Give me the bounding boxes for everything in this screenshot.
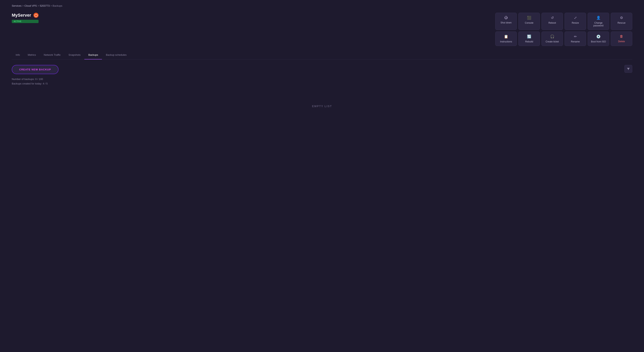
rebuild-icon: 🔃 [527, 34, 531, 39]
server-info: MyServer ◯ ACTIVE [12, 13, 38, 23]
resize-icon: ⤢ [574, 16, 577, 20]
boot-from-iso-icon: 💿 [596, 34, 600, 39]
instructions-icon: 📋 [504, 34, 508, 39]
instructions-label: Instructions [500, 40, 512, 43]
tabs-container: Info Metrics Network Traffic Snapshots B… [12, 51, 632, 59]
shut-down-label: Shut down [500, 21, 512, 24]
boot-from-iso-label: Boot from ISO [591, 40, 606, 43]
console-button[interactable]: ⬛ Console [518, 13, 540, 30]
server-name: MyServer [12, 13, 31, 18]
tabs: Info Metrics Network Traffic Snapshots B… [12, 51, 632, 59]
rename-button[interactable]: ✏ Rename [564, 31, 586, 46]
change-password-icon: 👤 [596, 16, 600, 20]
rename-icon: ✏ [574, 34, 577, 39]
breadcrumb: Services > Cloud VPS > 5203773 > Backups [12, 4, 632, 7]
create-ticket-icon: 🎧 [550, 34, 554, 39]
breadcrumb-server-id[interactable]: 5203773 [40, 4, 50, 7]
rescue-icon: ⚙ [620, 16, 623, 20]
create-ticket-button[interactable]: 🎧 Create ticket [542, 31, 563, 46]
tab-backups[interactable]: Backups [84, 51, 102, 59]
create-ticket-label: Create ticket [546, 40, 559, 43]
console-label: Console [525, 21, 534, 24]
filter-button[interactable] [624, 65, 632, 73]
empty-list-label: EMPTY LIST [12, 105, 632, 108]
console-icon: ⬛ [527, 16, 531, 20]
rebuild-button[interactable]: 🔃 Rebuild [518, 31, 540, 46]
tab-snapshots[interactable]: Snapshots [64, 51, 84, 59]
tab-info[interactable]: Info [12, 51, 24, 59]
main-content: CREATE NEW BACKUP Number of backups: 0 /… [12, 65, 632, 108]
rescue-label: Rescue [618, 21, 626, 24]
reboot-icon: ↺ [551, 16, 554, 20]
server-header: MyServer ◯ ACTIVE ⏻ Shut down ⬛ Console … [12, 13, 632, 46]
backup-count-stat: Number of backups: 0 / 100 [12, 78, 632, 81]
breadcrumb-services[interactable]: Services [12, 4, 22, 7]
actions-grid: ⏻ Shut down ⬛ Console ↺ Reboot ⤢ Resize … [495, 13, 632, 46]
resize-button[interactable]: ⤢ Resize [564, 13, 586, 30]
backup-today-stat: Backups created for today: 4 / 5 [12, 82, 632, 85]
backup-stats: Number of backups: 0 / 100 Backups creat… [12, 78, 632, 85]
reboot-button[interactable]: ↺ Reboot [542, 13, 563, 30]
rebuild-label: Rebuild [525, 40, 533, 43]
rename-label: Rename [571, 40, 580, 43]
delete-label: Delete [618, 40, 625, 43]
change-password-button[interactable]: 👤 Change password [588, 13, 609, 30]
os-icon: ◯ [34, 13, 38, 18]
shut-down-button[interactable]: ⏻ Shut down [495, 13, 517, 30]
delete-icon: 🗑 [620, 34, 623, 38]
breadcrumb-current: Backups [53, 4, 62, 7]
filter-icon [627, 67, 630, 70]
tab-backup-schedules[interactable]: Backup schedules [102, 51, 130, 59]
delete-button[interactable]: 🗑 Delete [611, 31, 632, 46]
shut-down-icon: ⏻ [504, 16, 508, 20]
create-backup-button[interactable]: CREATE NEW BACKUP [12, 65, 58, 74]
server-name-row: MyServer ◯ [12, 13, 38, 18]
resize-label: Resize [572, 21, 579, 24]
tab-network-traffic[interactable]: Network Traffic [40, 51, 64, 59]
rescue-button[interactable]: ⚙ Rescue [611, 13, 632, 30]
change-password-label: Change password [590, 21, 608, 27]
reboot-label: Reboot [548, 21, 556, 24]
breadcrumb-cloud-vps[interactable]: Cloud VPS [24, 4, 37, 7]
boot-from-iso-button[interactable]: 💿 Boot from ISO [588, 31, 609, 46]
status-badge: ACTIVE [12, 20, 38, 23]
tab-metrics[interactable]: Metrics [24, 51, 40, 59]
instructions-button[interactable]: 📋 Instructions [495, 31, 517, 46]
